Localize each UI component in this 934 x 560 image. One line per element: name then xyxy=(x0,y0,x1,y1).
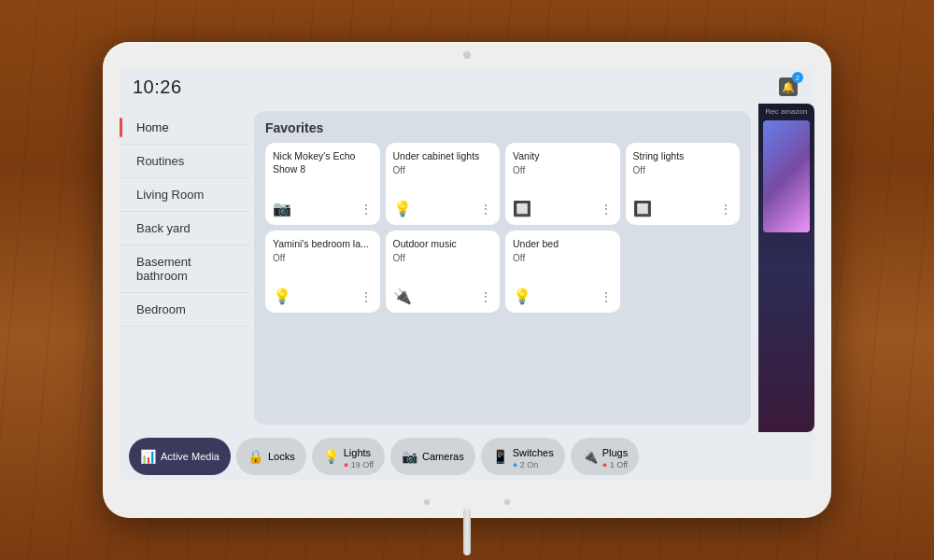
fav-more-btn[interactable]: ⋮ xyxy=(600,289,613,304)
nav-pill-plugs[interactable]: 🔌 Plugs ● 1 Off xyxy=(571,438,640,475)
top-bar: 10:26 🔔 2 xyxy=(120,68,814,104)
switches-icon: 📱 xyxy=(492,449,508,464)
favorites-panel: Favorites Nick Mokey's Echo Show 8 📷 ⋮ xyxy=(254,111,751,425)
bottom-dot-left xyxy=(424,499,430,505)
fav-icon-camera: 📷 xyxy=(273,200,291,217)
nav-pill-locks[interactable]: 🔒 Locks xyxy=(236,438,306,475)
fav-card-string-lights[interactable]: String lights Off 🔲 ⋮ xyxy=(626,143,741,225)
notification-badge: 2 xyxy=(792,72,803,83)
fav-more-btn[interactable]: ⋮ xyxy=(479,202,492,217)
right-panel: Rec amazon xyxy=(758,104,814,432)
fav-card-under-cabinet[interactable]: Under cabinet lights Off 💡 ⋮ xyxy=(386,143,501,225)
plugs-icon: 🔌 xyxy=(582,449,598,464)
sidebar-item-routines[interactable]: Routines xyxy=(120,145,250,178)
sidebar-item-bedroom[interactable]: Bedroom xyxy=(120,293,250,327)
favorites-title: Favorites xyxy=(265,120,740,135)
sidebar: Home Routines Living Room Back yard Base… xyxy=(120,104,250,432)
active-media-icon: 📊 xyxy=(140,449,156,464)
main-content: Home Routines Living Room Back yard Base… xyxy=(120,104,814,432)
nav-pill-active-media[interactable]: 📊 Active Media xyxy=(129,438,231,475)
screen: 10:26 🔔 2 Home Routines Living Room xyxy=(120,68,814,481)
nav-pill-switches[interactable]: 📱 Switches ● 2 On xyxy=(481,438,565,475)
locks-icon: 🔒 xyxy=(248,449,263,464)
clock-display: 10:26 xyxy=(133,77,182,98)
switches-status: ● 2 On xyxy=(513,460,554,469)
fav-card-yamini[interactable]: Yamini's bedroom la... Off 💡 ⋮ xyxy=(265,231,380,313)
right-panel-label: Rec amazon xyxy=(766,107,808,117)
fav-icon-light: 💡 xyxy=(393,200,412,217)
lights-status: ● 19 Off xyxy=(344,460,374,469)
fav-card-nick-echo[interactable]: Nick Mokey's Echo Show 8 📷 ⋮ xyxy=(265,143,380,225)
sidebar-item-home[interactable]: Home xyxy=(120,111,250,145)
right-panel-media-image xyxy=(763,120,810,232)
sidebar-item-basementbathroom[interactable]: Basement bathroom xyxy=(120,245,250,293)
nav-pill-cameras[interactable]: 📷 Cameras xyxy=(390,438,475,475)
nav-pill-lights[interactable]: 💡 Lights ● 19 Off xyxy=(312,438,385,475)
fav-icon-light2: 💡 xyxy=(273,287,291,305)
fav-more-btn[interactable]: ⋮ xyxy=(600,202,613,217)
fav-more-btn[interactable]: ⋮ xyxy=(719,202,732,217)
bottom-nav: 📊 Active Media 🔒 Locks 💡 Lights ● 19 Off xyxy=(120,432,814,481)
fav-card-under-bed[interactable]: Under bed Off 💡 ⋮ xyxy=(505,231,620,313)
charging-cable xyxy=(463,509,471,555)
fav-more-btn[interactable]: ⋮ xyxy=(360,202,373,217)
notification-icon[interactable]: 🔔 2 xyxy=(775,74,801,100)
fav-more-btn[interactable]: ⋮ xyxy=(479,289,492,304)
device-bottom-dots xyxy=(424,499,510,505)
camera-dot xyxy=(463,51,471,59)
fav-icon-switch: 🔲 xyxy=(513,200,531,217)
sidebar-item-backyard[interactable]: Back yard xyxy=(120,212,250,245)
bottom-dot-right xyxy=(504,499,510,505)
fav-icon-light3: 💡 xyxy=(513,287,531,305)
fav-card-outdoor-music[interactable]: Outdoor music Off 🔌 ⋮ xyxy=(386,231,501,313)
fav-card-vanity[interactable]: Vanity Off 🔲 ⋮ xyxy=(505,143,620,225)
favorites-grid: Nick Mokey's Echo Show 8 📷 ⋮ Under cabin… xyxy=(265,143,740,313)
sidebar-item-livingroom[interactable]: Living Room xyxy=(120,178,250,212)
fav-more-btn[interactable]: ⋮ xyxy=(360,289,373,304)
fav-icon-plug: 🔌 xyxy=(393,287,412,305)
plugs-status: ● 1 Off xyxy=(602,460,629,469)
fav-icon-switch2: 🔲 xyxy=(633,200,652,217)
lights-icon: 💡 xyxy=(323,449,339,464)
device-frame: 10:26 🔔 2 Home Routines Living Room xyxy=(103,42,831,518)
cameras-icon: 📷 xyxy=(402,449,417,464)
